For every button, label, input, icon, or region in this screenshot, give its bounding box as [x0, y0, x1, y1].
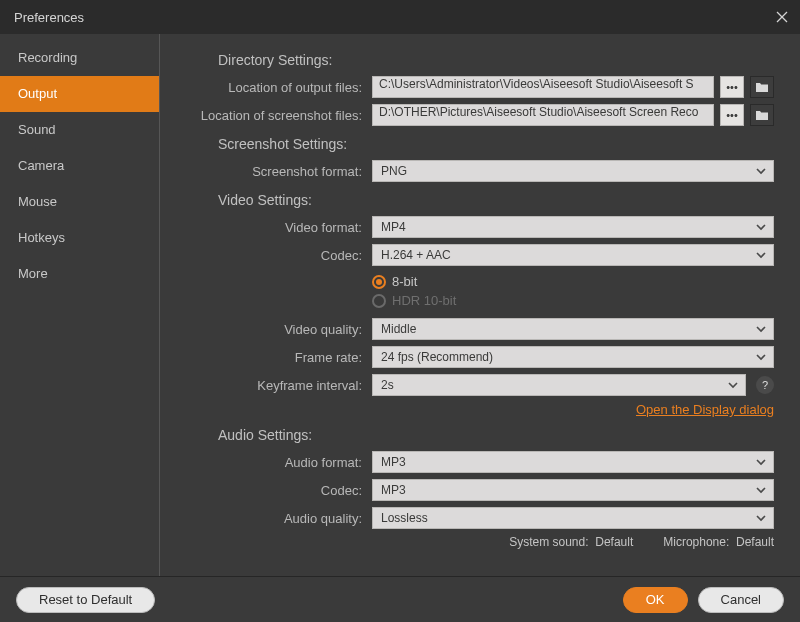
chevron-down-icon	[755, 511, 767, 525]
label-audio-quality: Audio quality:	[172, 511, 372, 526]
ellipsis-icon: •••	[726, 81, 738, 93]
sidebar-item-recording[interactable]: Recording	[0, 40, 159, 76]
screenshot-files-path-input[interactable]: D:\OTHER\Pictures\Aiseesoft Studio\Aisee…	[372, 104, 714, 126]
select-value: Lossless	[381, 511, 428, 525]
sidebar-item-label: More	[18, 266, 48, 281]
question-icon: ?	[762, 379, 768, 391]
close-icon[interactable]	[774, 9, 790, 25]
radio-dot-icon	[372, 294, 386, 308]
chevron-down-icon	[755, 164, 767, 178]
folder-icon	[755, 109, 769, 121]
chevron-down-icon	[755, 322, 767, 336]
sidebar-item-camera[interactable]: Camera	[0, 148, 159, 184]
sidebar-item-label: Sound	[18, 122, 56, 137]
chevron-down-icon	[755, 455, 767, 469]
label-video-quality: Video quality:	[172, 322, 372, 337]
video-format-select[interactable]: MP4	[372, 216, 774, 238]
label-screenshot-format: Screenshot format:	[172, 164, 372, 179]
keyframe-help-button[interactable]: ?	[756, 376, 774, 394]
select-value: MP4	[381, 220, 406, 234]
sidebar-item-output[interactable]: Output	[0, 76, 159, 112]
radio-dot-icon	[372, 275, 386, 289]
content-pane: Directory Settings: Location of output f…	[160, 34, 800, 576]
open-screenshot-folder-button[interactable]	[750, 104, 774, 126]
chevron-down-icon	[755, 248, 767, 262]
video-codec-select[interactable]: H.264 + AAC	[372, 244, 774, 266]
radio-label: 8-bit	[392, 274, 417, 289]
section-audio-title: Audio Settings:	[218, 427, 774, 443]
audio-format-select[interactable]: MP3	[372, 451, 774, 473]
label-screenshot-files: Location of screenshot files:	[172, 108, 372, 123]
window-title: Preferences	[14, 10, 84, 25]
section-screenshot-title: Screenshot Settings:	[218, 136, 774, 152]
ellipsis-icon: •••	[726, 109, 738, 121]
section-video-title: Video Settings:	[218, 192, 774, 208]
footer: Reset to Default OK Cancel	[0, 576, 800, 622]
audio-device-status: System sound: Default Microphone: Defaul…	[172, 535, 774, 549]
radio-8bit[interactable]: 8-bit	[372, 274, 456, 289]
audio-quality-select[interactable]: Lossless	[372, 507, 774, 529]
titlebar: Preferences	[0, 0, 800, 34]
sidebar: Recording Output Sound Camera Mouse Hotk…	[0, 34, 160, 576]
label-video-format: Video format:	[172, 220, 372, 235]
label-output-files: Location of output files:	[172, 80, 372, 95]
screenshot-format-select[interactable]: PNG	[372, 160, 774, 182]
sidebar-item-label: Recording	[18, 50, 77, 65]
browse-screenshot-button[interactable]: •••	[720, 104, 744, 126]
chevron-down-icon	[755, 483, 767, 497]
select-value: Middle	[381, 322, 416, 336]
chevron-down-icon	[727, 378, 739, 392]
sidebar-item-sound[interactable]: Sound	[0, 112, 159, 148]
sidebar-item-label: Output	[18, 86, 57, 101]
label-audio-codec: Codec:	[172, 483, 372, 498]
open-display-dialog-link[interactable]: Open the Display dialog	[636, 402, 774, 417]
microphone-value: Default	[736, 535, 774, 549]
microphone-label: Microphone:	[663, 535, 729, 549]
output-files-path-input[interactable]: C:\Users\Administrator\Videos\Aiseesoft …	[372, 76, 714, 98]
select-value: PNG	[381, 164, 407, 178]
sidebar-item-more[interactable]: More	[0, 256, 159, 292]
sidebar-item-label: Mouse	[18, 194, 57, 209]
label-keyframe-interval: Keyframe interval:	[172, 378, 372, 393]
chevron-down-icon	[755, 350, 767, 364]
select-value: MP3	[381, 455, 406, 469]
select-value: H.264 + AAC	[381, 248, 451, 262]
frame-rate-select[interactable]: 24 fps (Recommend)	[372, 346, 774, 368]
open-output-folder-button[interactable]	[750, 76, 774, 98]
chevron-down-icon	[755, 220, 767, 234]
select-value: MP3	[381, 483, 406, 497]
ok-button[interactable]: OK	[623, 587, 688, 613]
radio-hdr10bit[interactable]: HDR 10-bit	[372, 293, 456, 308]
section-directory-title: Directory Settings:	[218, 52, 774, 68]
label-audio-format: Audio format:	[172, 455, 372, 470]
sidebar-item-label: Camera	[18, 158, 64, 173]
system-sound-value: Default	[595, 535, 633, 549]
label-video-codec: Codec:	[172, 248, 372, 263]
cancel-button[interactable]: Cancel	[698, 587, 784, 613]
video-quality-select[interactable]: Middle	[372, 318, 774, 340]
audio-codec-select[interactable]: MP3	[372, 479, 774, 501]
select-value: 2s	[381, 378, 394, 392]
sidebar-item-mouse[interactable]: Mouse	[0, 184, 159, 220]
select-value: 24 fps (Recommend)	[381, 350, 493, 364]
label-frame-rate: Frame rate:	[172, 350, 372, 365]
browse-output-button[interactable]: •••	[720, 76, 744, 98]
radio-label: HDR 10-bit	[392, 293, 456, 308]
system-sound-label: System sound:	[509, 535, 588, 549]
reset-to-default-button[interactable]: Reset to Default	[16, 587, 155, 613]
folder-icon	[755, 81, 769, 93]
sidebar-item-label: Hotkeys	[18, 230, 65, 245]
keyframe-interval-select[interactable]: 2s	[372, 374, 746, 396]
sidebar-item-hotkeys[interactable]: Hotkeys	[0, 220, 159, 256]
